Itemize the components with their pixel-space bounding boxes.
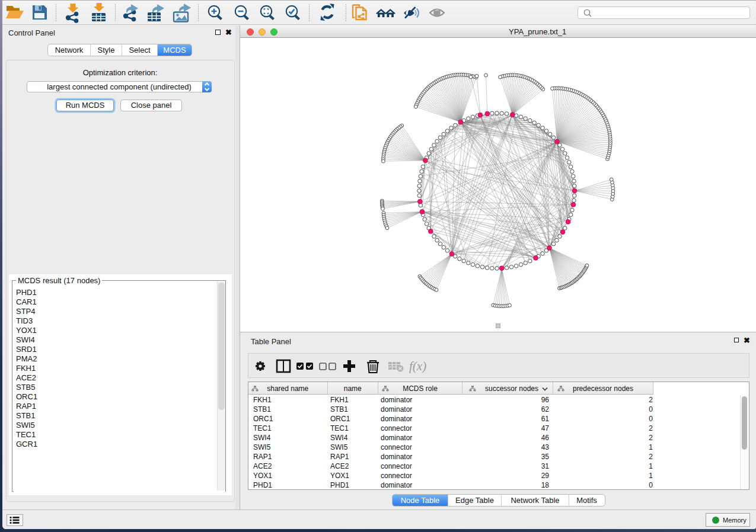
svg-text:f(x): f(x) — [409, 359, 426, 373]
